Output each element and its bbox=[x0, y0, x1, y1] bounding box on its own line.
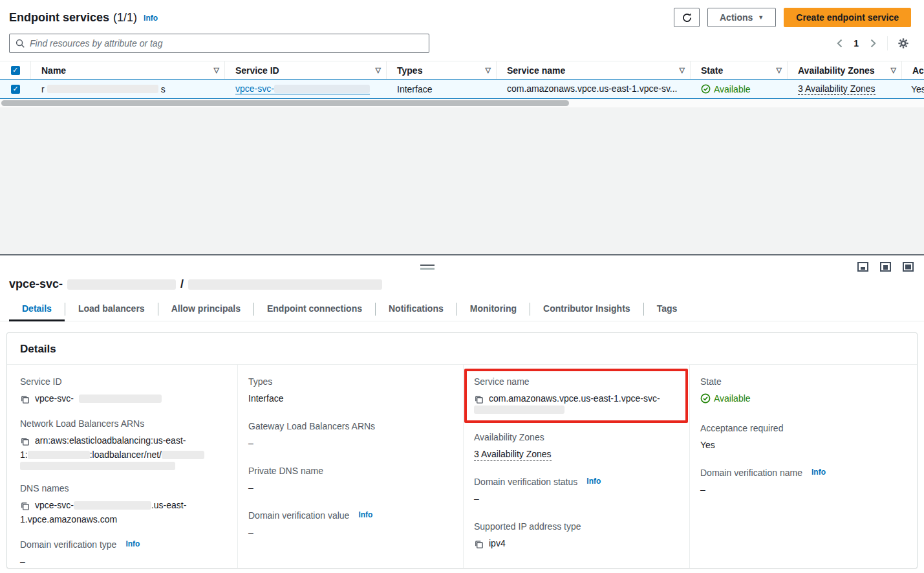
column-header-name[interactable]: Name ▽ bbox=[31, 61, 225, 79]
availability-zones-value[interactable]: 3 Availability Zones bbox=[798, 83, 876, 95]
previous-page-button[interactable] bbox=[833, 37, 846, 50]
field-service-name: Service name com.amazonaws.vpce.us-east-… bbox=[474, 376, 679, 414]
redacted-text bbox=[28, 451, 90, 459]
info-link[interactable]: Info bbox=[125, 539, 140, 548]
field-service-id: Service ID vpce-svc- bbox=[20, 376, 227, 405]
ip-type-value: ipv4 bbox=[489, 536, 506, 550]
create-button-label: Create endpoint service bbox=[796, 12, 899, 23]
field-value: – bbox=[20, 554, 227, 568]
field-domain-verification-value: Domain verification value Info – bbox=[248, 510, 453, 539]
copy-icon[interactable] bbox=[474, 539, 484, 549]
column-header-acceptance-required[interactable]: Acceptance required bbox=[902, 61, 924, 79]
panel-size-medium-button[interactable] bbox=[880, 262, 891, 272]
check-circle-icon bbox=[700, 393, 711, 404]
tab-notifications[interactable]: Notifications bbox=[376, 297, 457, 321]
table-toolbar: 1 bbox=[0, 34, 924, 61]
column-label: State bbox=[701, 65, 723, 76]
details-column-1: Service ID vpce-svc- Network Load Balanc… bbox=[7, 365, 238, 568]
actions-button[interactable]: Actions ▼ bbox=[707, 8, 776, 27]
create-endpoint-service-button[interactable]: Create endpoint service bbox=[784, 8, 911, 27]
field-types: Types Interface bbox=[248, 376, 453, 405]
redacted-text bbox=[47, 85, 158, 93]
filter-icon[interactable]: ▽ bbox=[777, 66, 782, 74]
field-value: – bbox=[248, 525, 453, 539]
column-header-types[interactable]: Types ▽ bbox=[387, 61, 497, 79]
filter-icon[interactable]: ▽ bbox=[486, 66, 491, 74]
field-label: Domain verification value bbox=[248, 510, 349, 521]
info-link[interactable]: Info bbox=[811, 468, 826, 477]
field-value: – bbox=[474, 492, 679, 506]
column-header-state[interactable]: State ▽ bbox=[691, 61, 788, 79]
field-label: State bbox=[700, 376, 907, 387]
panel-size-full-button[interactable] bbox=[903, 262, 914, 272]
field-domain-verification-status: Domain verification status Info – bbox=[474, 477, 679, 506]
column-header-service-id[interactable]: Service ID ▽ bbox=[225, 61, 387, 79]
refresh-icon bbox=[682, 12, 693, 23]
service-id-link[interactable]: vpce-svc- bbox=[235, 83, 370, 94]
resource-count: (1/1) bbox=[113, 11, 137, 25]
tab-endpoint-connections[interactable]: Endpoint connections bbox=[254, 297, 375, 321]
panel-size-small-button[interactable] bbox=[857, 262, 868, 272]
field-label: Types bbox=[248, 376, 453, 387]
name-fragment: r bbox=[41, 84, 45, 94]
cell-service-id: vpce-svc- bbox=[225, 83, 387, 94]
service-id-prefix: vpce-svc- bbox=[35, 391, 74, 405]
detail-panel: vpce-svc- / Details Load balancers Allow… bbox=[0, 254, 924, 573]
info-link[interactable]: Info bbox=[144, 14, 158, 23]
tab-contributor-insights[interactable]: Contributor Insights bbox=[530, 297, 643, 321]
row-checkbox[interactable]: ✓ bbox=[11, 85, 20, 94]
search-box[interactable] bbox=[9, 34, 429, 53]
panel-drag-handle[interactable] bbox=[420, 265, 435, 270]
field-label: Availability Zones bbox=[474, 432, 679, 442]
info-link[interactable]: Info bbox=[586, 477, 601, 486]
filter-icon[interactable]: ▽ bbox=[891, 66, 896, 74]
field-supported-ip-type: Supported IP address type ipv4 bbox=[474, 521, 679, 550]
next-page-button[interactable] bbox=[866, 37, 879, 50]
redacted-text bbox=[74, 501, 151, 510]
page-title: Endpoint services bbox=[9, 11, 109, 25]
info-link[interactable]: Info bbox=[358, 510, 372, 519]
filter-icon[interactable]: ▽ bbox=[376, 66, 381, 74]
field-label: Network Load Balancers ARNs bbox=[20, 418, 227, 429]
field-value: – bbox=[248, 436, 453, 450]
table-row[interactable]: ✓ r s vpce-svc- Interface com.amazonaws.… bbox=[0, 79, 924, 99]
redacted-text bbox=[162, 451, 204, 459]
redacted-text bbox=[67, 279, 176, 290]
tab-tags[interactable]: Tags bbox=[644, 297, 691, 321]
tab-allow-principals[interactable]: Allow principals bbox=[158, 297, 253, 321]
refresh-button[interactable] bbox=[674, 8, 700, 27]
nlb-arn-line2: 1: bbox=[20, 448, 28, 462]
service-name-value: com.amazonaws.vpce.us-east-1.vpce-svc- bbox=[489, 391, 660, 405]
scrollbar-thumb[interactable] bbox=[1, 100, 569, 106]
select-all-cell: ✓ bbox=[0, 61, 31, 79]
copy-icon[interactable] bbox=[20, 395, 30, 404]
column-header-availability-zones[interactable]: Availability Zones ▽ bbox=[788, 61, 902, 79]
field-label: DNS names bbox=[20, 483, 227, 493]
filter-icon[interactable]: ▽ bbox=[214, 66, 219, 74]
column-label: Service ID bbox=[235, 65, 279, 76]
types-value: Interface bbox=[397, 84, 432, 94]
copy-icon[interactable] bbox=[474, 395, 484, 404]
select-all-checkbox[interactable]: ✓ bbox=[11, 66, 20, 75]
table-settings-button[interactable] bbox=[896, 36, 911, 51]
filter-icon[interactable]: ▽ bbox=[680, 66, 685, 74]
endpoint-services-panel: Endpoint services (1/1) Info Actions ▼ C… bbox=[0, 0, 924, 107]
horizontal-scrollbar bbox=[0, 99, 924, 107]
tab-monitoring[interactable]: Monitoring bbox=[457, 297, 530, 321]
search-input[interactable] bbox=[30, 38, 423, 49]
column-label: Availability Zones bbox=[798, 65, 875, 76]
copy-icon[interactable] bbox=[20, 501, 30, 511]
field-state: State Available bbox=[700, 376, 907, 407]
tab-details[interactable]: Details bbox=[9, 297, 65, 321]
dns-line2: 1.vpce.amazonaws.com bbox=[20, 512, 117, 526]
service-id-prefix: vpce-svc- bbox=[235, 83, 274, 94]
dns-suffix: .us-east- bbox=[151, 498, 186, 512]
copy-icon[interactable] bbox=[20, 437, 30, 446]
current-page[interactable]: 1 bbox=[854, 38, 859, 49]
field-label: Acceptance required bbox=[700, 423, 907, 433]
cell-state: Available bbox=[691, 84, 788, 94]
field-label: Domain verification status bbox=[474, 477, 577, 487]
column-header-service-name[interactable]: Service name ▽ bbox=[497, 61, 691, 79]
availability-zones-value[interactable]: 3 Availability Zones bbox=[474, 449, 552, 460]
tab-load-balancers[interactable]: Load balancers bbox=[65, 297, 158, 321]
